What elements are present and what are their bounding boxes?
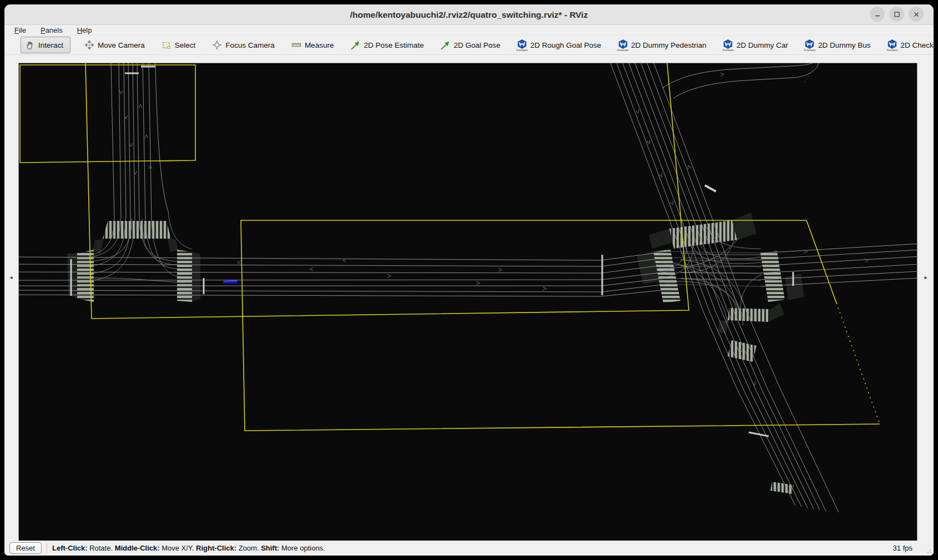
3d-viewport[interactable]	[18, 63, 917, 541]
reset-button[interactable]: Reset	[9, 542, 42, 554]
tool-label: Focus Camera	[225, 41, 275, 49]
menu-help[interactable]: Help	[77, 26, 92, 34]
lanelet-map-render	[19, 63, 918, 542]
right-panel-expand-arrow[interactable]: ▸	[923, 273, 929, 281]
titlebar[interactable]: /home/kentoyabuuchi2/.rviz2/quatro_switc…	[4, 4, 934, 25]
ruler-icon	[291, 39, 302, 51]
tool-2d-pose-estimate[interactable]: 2D Pose Estimate	[347, 37, 426, 53]
tool-label: 2D Dummy Pedestrian	[631, 41, 707, 49]
pose-marker	[223, 280, 238, 284]
tool-label: Move Camera	[98, 41, 145, 49]
tool-label: 2D Checkpoint Pose	[900, 41, 934, 49]
menu-panels[interactable]: Panels	[41, 26, 63, 34]
tool-focus-camera[interactable]: Focus Camera	[209, 37, 278, 53]
tool-2d-dummy-bus[interactable]: Autoware 2D Dummy Bus	[801, 37, 874, 53]
toolbar: Interact Move Camera Select	[4, 35, 934, 55]
move-camera-icon	[84, 39, 95, 51]
autoware-icon: Autoware	[517, 39, 528, 51]
left-panel-expand-arrow[interactable]: ◂	[8, 273, 14, 281]
statusbar-separator	[47, 543, 47, 554]
close-button[interactable]	[909, 7, 924, 22]
resize-grip[interactable]	[925, 547, 932, 554]
tool-label: Interact	[38, 41, 63, 49]
green-arrow-icon	[350, 39, 361, 51]
tool-interact[interactable]: Interact	[21, 37, 70, 53]
tool-2d-checkpoint-pose[interactable]: Autoware 2D Checkpoint Pose	[884, 37, 934, 53]
tool-label: 2D Pose Estimate	[364, 41, 423, 49]
green-arrow-icon	[440, 39, 451, 51]
rviz-window: /home/kentoyabuuchi2/.rviz2/quatro_switc…	[4, 4, 934, 556]
autoware-icon: Autoware	[617, 39, 628, 51]
minimize-icon	[874, 11, 881, 18]
autoware-icon: Autoware	[723, 39, 734, 51]
tool-move-camera[interactable]: Move Camera	[81, 37, 148, 53]
tool-label: 2D Dummy Car	[737, 41, 788, 49]
menubar: File Panels Help	[4, 25, 934, 35]
tool-2d-dummy-pedestrian[interactable]: Autoware 2D Dummy Pedestrian	[614, 37, 709, 53]
selection-box-icon	[161, 39, 172, 51]
tool-label: 2D Rough Goal Pose	[531, 41, 602, 49]
autoware-icon: Autoware	[804, 39, 815, 51]
statusbar: Reset Left-Click: Rotate. Middle-Click: …	[4, 541, 934, 556]
minimize-button[interactable]	[870, 7, 885, 22]
mouse-hints: Left-Click: Rotate. Middle-Click: Move X…	[52, 544, 325, 552]
window-title: /home/kentoyabuuchi2/.rviz2/quatro_switc…	[4, 4, 934, 25]
focus-crosshair-icon	[211, 39, 223, 51]
tool-label: Select	[175, 41, 196, 49]
tool-label: Measure	[305, 41, 334, 49]
tool-select[interactable]: Select	[158, 37, 199, 53]
maximize-icon	[894, 11, 900, 18]
autoware-icon: Autoware	[886, 39, 897, 51]
close-icon	[913, 11, 920, 18]
tool-2d-dummy-car[interactable]: Autoware 2D Dummy Car	[720, 37, 791, 53]
tool-label: 2D Dummy Bus	[818, 41, 871, 49]
fps-counter: 31 fps	[893, 544, 912, 552]
tool-label: 2D Goal Pose	[453, 41, 500, 49]
hand-icon	[24, 39, 36, 51]
tool-measure[interactable]: Measure	[288, 37, 337, 53]
tool-2d-rough-goal-pose[interactable]: Autoware 2D Rough Goal Pose	[514, 37, 604, 53]
maximize-button[interactable]	[889, 7, 904, 22]
tool-2d-goal-pose[interactable]: 2D Goal Pose	[437, 37, 503, 53]
menu-file[interactable]: File	[14, 26, 26, 34]
